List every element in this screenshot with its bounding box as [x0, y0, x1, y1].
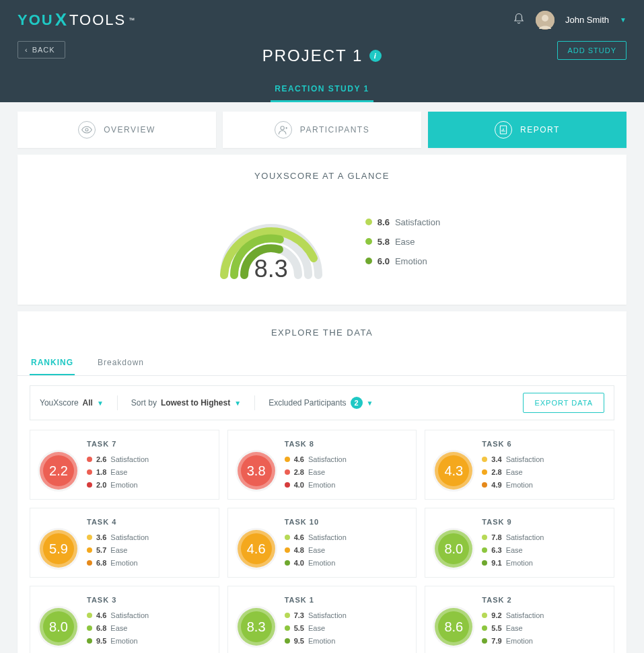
dot-icon	[482, 613, 487, 618]
avatar[interactable]	[536, 11, 554, 30]
task-title: TASK 9	[482, 518, 544, 526]
svg-point-1	[542, 15, 548, 22]
task-title: TASK 3	[87, 596, 149, 604]
youxscore-gauge: 8.3	[204, 194, 338, 289]
metric-value: 5.5	[294, 624, 304, 632]
score-circle: 8.6	[435, 608, 472, 646]
brand-logo[interactable]: YOU X TOOLS ™	[17, 9, 136, 30]
task-card[interactable]: 8.0TASK 97.8Satisfaction6.3Ease9.1Emotio…	[425, 508, 614, 578]
page-title: PROJECT 1	[262, 46, 363, 65]
user-name[interactable]: John Smith	[565, 15, 609, 25]
task-card[interactable]: 4.6TASK 104.6Satisfaction4.8Ease4.0Emoti…	[227, 508, 417, 578]
svg-point-3	[281, 126, 284, 130]
export-label: EXPORT DATA	[534, 399, 593, 407]
chevron-down-icon: ▼	[234, 399, 241, 407]
tab-overview[interactable]: OVERVIEW	[17, 112, 216, 148]
filter-excluded[interactable]: Excluded Participants 2 ▼	[269, 397, 373, 409]
legend-row: 6.0Emotion	[365, 256, 440, 266]
task-title: TASK 7	[87, 440, 149, 448]
filter-youxscore[interactable]: YouXscore All ▼	[40, 398, 104, 408]
metric-satisfaction: 7.8Satisfaction	[482, 533, 544, 541]
tab-participants[interactable]: PARTICIPANTS	[223, 112, 421, 148]
metric-value: 6.3	[491, 546, 501, 554]
metric-value: 2.6	[96, 455, 106, 463]
metric-ease: 6.8Ease	[87, 624, 149, 632]
metric-value: 9.2	[491, 611, 501, 619]
task-title: TASK 2	[482, 596, 544, 604]
metric-value: 9.1	[491, 559, 501, 567]
dot-icon	[87, 469, 92, 475]
dot-icon	[482, 547, 487, 553]
metric-satisfaction: 4.6Satisfaction	[285, 455, 347, 463]
logo-you: YOU	[17, 11, 54, 29]
metric-ease: 1.8Ease	[87, 468, 149, 476]
task-card[interactable]: 4.3TASK 63.4Satisfaction2.8Ease4.9Emotio…	[425, 430, 614, 500]
task-info: TASK 29.2Satisfaction5.5Ease7.9Emotion	[482, 596, 544, 645]
metric-label: Ease	[506, 468, 523, 476]
dot-icon	[87, 457, 92, 462]
dot-icon	[482, 625, 487, 631]
metric-emotion: 9.1Emotion	[482, 559, 544, 567]
info-icon[interactable]: i	[369, 50, 382, 62]
task-card[interactable]: 8.6TASK 29.2Satisfaction5.5Ease7.9Emotio…	[425, 586, 614, 653]
task-info: TASK 63.4Satisfaction2.8Ease4.9Emotion	[482, 440, 544, 489]
task-info: TASK 34.6Satisfaction6.8Ease9.5Emotion	[87, 596, 149, 645]
export-data-button[interactable]: EXPORT DATA	[523, 393, 604, 413]
metric-value: 9.5	[294, 637, 304, 645]
task-card[interactable]: 5.9TASK 43.6Satisfaction5.7Ease6.8Emotio…	[30, 508, 219, 578]
chevron-down-icon: ▼	[367, 399, 373, 407]
excluded-count-badge: 2	[351, 397, 363, 409]
score-circle: 4.3	[435, 452, 472, 490]
metric-label: Emotion	[110, 559, 137, 567]
subtab-ranking[interactable]: RANKING	[30, 351, 75, 375]
sort-value: Lowest to Highest	[161, 398, 230, 408]
legend-label: Emotion	[395, 256, 427, 266]
metric-ease: 2.8Ease	[285, 468, 347, 476]
metric-emotion: 4.0Emotion	[285, 559, 347, 567]
dot-icon	[285, 560, 290, 566]
glance-legend: 8.6Satisfaction5.8Ease6.0Emotion	[365, 217, 440, 266]
dot-icon	[285, 457, 290, 462]
user-icon	[275, 121, 292, 139]
dot-icon	[87, 482, 92, 488]
metric-emotion: 7.9Emotion	[482, 637, 544, 645]
metric-label: Emotion	[506, 559, 533, 567]
tab-report[interactable]: REPORT	[428, 112, 627, 148]
metric-label: Ease	[110, 624, 127, 632]
add-study-button[interactable]: ADD STUDY	[557, 41, 627, 60]
task-title: TASK 1	[285, 596, 347, 604]
back-label: BACK	[32, 46, 55, 54]
task-card[interactable]: 3.8TASK 84.6Satisfaction2.8Ease4.0Emotio…	[227, 430, 417, 500]
logo-tm: ™	[129, 17, 136, 24]
bell-icon[interactable]	[513, 13, 525, 28]
project-title-row: PROJECT 1 i	[262, 46, 382, 65]
task-title: TASK 6	[482, 440, 544, 448]
glance-title: YOUXSCORE AT A GLANCE	[17, 171, 627, 181]
dot-icon	[285, 638, 290, 644]
filter-sort[interactable]: Sort by Lowest to Highest ▼	[131, 398, 241, 408]
task-info: TASK 84.6Satisfaction2.8Ease4.0Emotion	[285, 440, 347, 489]
dot-icon	[482, 482, 487, 488]
legend-dot-icon	[365, 258, 372, 264]
task-card[interactable]: 8.0TASK 34.6Satisfaction6.8Ease9.5Emotio…	[30, 586, 219, 653]
score-circle: 3.8	[238, 452, 275, 490]
divider	[117, 395, 118, 410]
metric-label: Satisfaction	[308, 611, 347, 619]
back-button[interactable]: ‹ BACK	[17, 41, 65, 59]
dot-icon	[87, 638, 92, 644]
dot-icon	[482, 560, 487, 566]
task-card[interactable]: 8.3TASK 17.3Satisfaction5.5Ease9.5Emotio…	[227, 586, 417, 653]
logo-tools: TOOLS	[69, 11, 126, 29]
study-tab-active[interactable]: REACTION STUDY 1	[271, 77, 373, 102]
dot-icon	[87, 535, 92, 540]
subtab-breakdown[interactable]: Breakdown	[96, 351, 145, 375]
glance-panel: YOUXSCORE AT A GLANCE 8.3 8.6Satisfactio…	[17, 155, 627, 305]
metric-value: 4.6	[96, 611, 106, 619]
metric-label: Ease	[308, 468, 325, 476]
dot-icon	[285, 482, 290, 488]
task-card[interactable]: 2.2TASK 72.6Satisfaction1.8Ease2.0Emotio…	[30, 430, 219, 500]
tab-report-label: REPORT	[520, 125, 560, 135]
metric-label: Satisfaction	[110, 533, 149, 541]
chevron-down-icon[interactable]: ▼	[620, 16, 627, 24]
explore-title: EXPLORE THE DATA	[17, 328, 627, 338]
